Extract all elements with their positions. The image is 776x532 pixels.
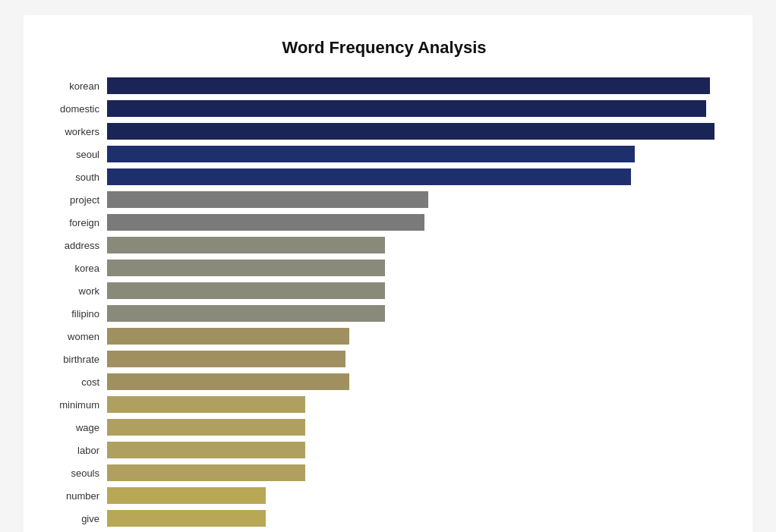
bar-label: korean: [46, 80, 107, 92]
bar-track: [107, 487, 722, 504]
bar-label: workers: [46, 126, 107, 137]
chart-container: Word Frequency Analysis koreandomesticwo…: [24, 15, 752, 532]
bar-fill: [107, 373, 349, 390]
bar-track: [107, 419, 722, 436]
bar-fill: [107, 305, 385, 322]
bar-row: project: [46, 190, 722, 209]
bar-row: work: [46, 281, 722, 301]
bar-fill: [107, 191, 428, 208]
bar-fill: [107, 237, 385, 253]
bar-label: labor: [46, 445, 107, 456]
bar-label: south: [46, 172, 107, 183]
bar-label: work: [46, 285, 107, 297]
bar-label: address: [46, 240, 107, 251]
bar-track: [107, 123, 722, 140]
bar-track: [107, 328, 722, 345]
bar-label: domestic: [46, 103, 107, 115]
bar-fill: [107, 442, 305, 458]
bar-track: [107, 282, 722, 299]
bar-row: foreign: [46, 212, 722, 232]
bar-label: foreign: [46, 217, 107, 228]
bar-row: korea: [46, 258, 722, 278]
bar-row: workers: [46, 121, 722, 141]
bar-fill: [107, 282, 385, 299]
bar-row: korean: [46, 76, 722, 96]
bar-track: [107, 214, 722, 231]
bar-label: wage: [46, 422, 107, 433]
bar-track: [107, 168, 722, 185]
bar-label: birthrate: [46, 354, 107, 365]
bar-row: labor: [46, 440, 722, 460]
bar-fill: [107, 351, 345, 367]
bar-label: korea: [46, 263, 107, 274]
bar-label: project: [46, 194, 107, 206]
bar-label: cost: [46, 376, 107, 388]
bar-label: minimum: [46, 399, 107, 411]
bar-fill: [107, 328, 349, 345]
bar-fill: [107, 123, 714, 140]
bar-fill: [107, 146, 635, 162]
bar-row: birthrate: [46, 349, 722, 369]
bar-row: address: [46, 235, 722, 255]
bar-row: south: [46, 167, 722, 187]
bar-fill: [107, 77, 710, 94]
bar-track: [107, 373, 722, 390]
bar-track: [107, 77, 722, 94]
bar-row: filipino: [46, 304, 722, 323]
bar-fill: [107, 260, 385, 276]
bar-label: women: [46, 331, 107, 342]
bar-track: [107, 191, 722, 208]
bar-track: [107, 146, 722, 162]
bar-row: cost: [46, 372, 722, 392]
bar-row: seouls: [46, 463, 722, 483]
bar-fill: [107, 396, 305, 413]
bar-row: minimum: [46, 395, 722, 414]
bar-row: wage: [46, 417, 722, 437]
bar-fill: [107, 168, 631, 185]
bar-label: number: [46, 490, 107, 502]
bar-label: seouls: [46, 467, 107, 479]
bar-fill: [107, 214, 424, 231]
bar-track: [107, 442, 722, 458]
bar-label: seoul: [46, 149, 107, 160]
bar-track: [107, 510, 722, 527]
bar-track: [107, 464, 722, 481]
bar-label: give: [46, 513, 107, 524]
bar-fill: [107, 487, 266, 504]
bar-track: [107, 260, 722, 276]
bar-row: seoul: [46, 144, 722, 164]
bar-row: women: [46, 326, 722, 346]
chart-title: Word Frequency Analysis: [46, 38, 722, 58]
bar-track: [107, 237, 722, 253]
bar-fill: [107, 510, 266, 527]
bar-track: [107, 100, 722, 117]
bar-fill: [107, 419, 305, 436]
chart-area: koreandomesticworkersseoulsouthprojectfo…: [46, 76, 722, 531]
bar-row: give: [46, 508, 722, 528]
bar-track: [107, 305, 722, 322]
bar-row: domestic: [46, 99, 722, 118]
bar-row: number: [46, 486, 722, 505]
bar-label: filipino: [46, 308, 107, 320]
bar-fill: [107, 100, 706, 117]
bar-track: [107, 351, 722, 367]
bar-fill: [107, 464, 305, 481]
bar-track: [107, 396, 722, 413]
